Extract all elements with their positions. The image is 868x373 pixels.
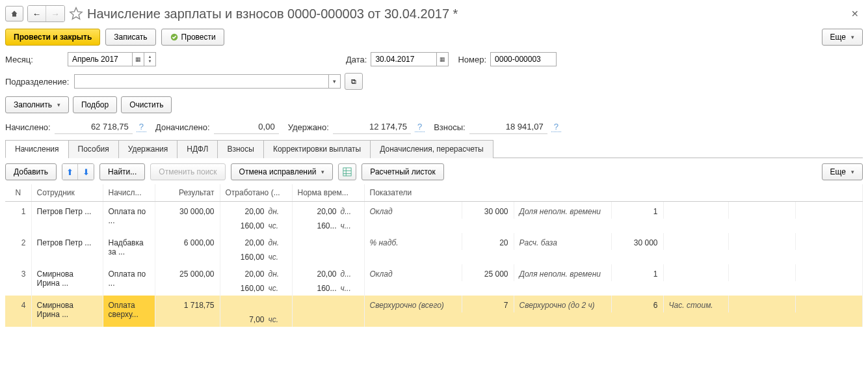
accruals-table: N Сотрудник Начисл... Результат Отработа…	[5, 184, 863, 327]
employee-cell[interactable]: Смирнова Ирина ...	[31, 296, 103, 327]
tab-accruals[interactable]: Начисления	[5, 140, 69, 158]
fill-button[interactable]: Заполнить	[5, 96, 69, 113]
table-row[interactable]: 2Петров Петр ...Надбавка за ...6 000,002…	[5, 233, 863, 250]
calendar-icon[interactable]: ▦	[436, 53, 448, 66]
save-button[interactable]: Записать	[105, 29, 155, 46]
move-down-button[interactable]: ⬇	[78, 164, 94, 180]
arrow-left-icon: ←	[33, 9, 41, 19]
result-cell[interactable]: 1 718,75	[155, 296, 220, 327]
tab-deductions[interactable]: Удержания	[118, 140, 178, 158]
accrued-label: Начислено:	[5, 122, 51, 132]
employee-cell[interactable]: Петров Петр ...	[31, 202, 103, 234]
result-cell[interactable]: 25 000,00	[155, 264, 220, 296]
tab-corrections[interactable]: Корректировки выплаты	[263, 140, 371, 158]
more-menu-button[interactable]: Еще	[822, 29, 863, 46]
result-cell[interactable]: 30 000,00	[155, 202, 220, 234]
number-label: Номер:	[458, 55, 486, 64]
table-row[interactable]: 1Петров Петр ...Оплата по ...30 000,0020…	[5, 202, 863, 219]
date-label: Дата:	[346, 55, 367, 64]
withheld-value: 12 174,75	[333, 120, 411, 134]
col-worked[interactable]: Отработано (...	[220, 184, 292, 202]
accrual-cell[interactable]: Оплата по ...	[103, 264, 155, 296]
pick-button[interactable]: Подбор	[73, 96, 117, 113]
withheld-label: Удержано:	[288, 122, 329, 132]
subdivision-field[interactable]: ▾	[74, 74, 341, 89]
col-norm[interactable]: Норма врем...	[292, 184, 364, 202]
col-employee[interactable]: Сотрудник	[31, 184, 103, 202]
arrow-right-icon: →	[51, 9, 59, 19]
find-button[interactable]: Найти...	[99, 163, 145, 180]
favorite-star-icon[interactable]	[69, 7, 83, 21]
col-accrual[interactable]: Начисл...	[103, 184, 155, 202]
nav-history: ← →	[27, 5, 65, 22]
move-group: ⬆ ⬇	[62, 163, 94, 180]
submit-button[interactable]: Провести	[161, 29, 224, 46]
accrual-cell[interactable]: Надбавка за ...	[103, 233, 155, 264]
clear-button[interactable]: Очистить	[121, 96, 172, 113]
subdivision-label: Подразделение:	[5, 77, 70, 87]
back-button[interactable]: ←	[28, 6, 46, 21]
result-cell[interactable]: 6 000,00	[155, 233, 220, 264]
employee-cell[interactable]: Петров Петр ...	[31, 233, 103, 264]
payslip-button[interactable]: Расчетный листок	[362, 163, 443, 180]
accrual-cell[interactable]: Оплата по ...	[103, 202, 155, 234]
home-button[interactable]	[5, 6, 23, 21]
table-row[interactable]: 3Смирнова Ирина ...Оплата по ...25 000,0…	[5, 264, 863, 281]
col-n[interactable]: N	[5, 184, 31, 202]
svg-rect-1	[343, 168, 351, 176]
arrow-up-icon: ⬆	[66, 167, 73, 177]
month-field[interactable]: ▦ ▲▼	[68, 52, 156, 66]
table-row[interactable]: 4Смирнова Ирина ...Оплата сверху...1 718…	[5, 296, 863, 312]
chevron-down-icon[interactable]: ▾	[328, 75, 340, 88]
employee-cell[interactable]: Смирнова Ирина ...	[31, 264, 103, 296]
help-icon[interactable]: ?	[137, 122, 146, 132]
tab-recalc[interactable]: Доначисления, перерасчеты	[370, 140, 493, 158]
tabs: Начисления Пособия Удержания НДФЛ Взносы…	[5, 139, 863, 158]
window-title: Начисление зарплаты и взносов 0000-00000…	[87, 7, 458, 21]
home-icon	[10, 10, 18, 18]
submit-icon	[170, 33, 179, 42]
contrib-label: Взносы:	[434, 122, 466, 132]
extra-value: 0,00	[214, 120, 279, 134]
accrual-cell[interactable]: Оплата сверху...	[103, 296, 155, 327]
external-icon: ⧉	[351, 77, 356, 86]
tab-contributions[interactable]: Взносы	[217, 140, 263, 158]
grid-icon	[343, 167, 352, 176]
cancel-search-button[interactable]: Отменить поиск	[150, 163, 225, 180]
submit-close-button[interactable]: Провести и закрыть	[5, 29, 100, 46]
tab-benefits[interactable]: Пособия	[68, 140, 119, 158]
month-stepper[interactable]: ▲▼	[144, 53, 155, 66]
arrow-down-icon: ⬇	[83, 167, 90, 177]
forward-button[interactable]: →	[46, 6, 64, 21]
move-up-button[interactable]: ⬆	[62, 164, 78, 180]
help-icon[interactable]: ?	[415, 122, 425, 132]
month-label: Месяц:	[5, 55, 64, 64]
tab-more-button[interactable]: Еще	[822, 163, 863, 180]
tab-ndfl[interactable]: НДФЛ	[177, 140, 218, 158]
cancel-fix-button[interactable]: Отмена исправлений	[231, 163, 334, 180]
grid-settings-button[interactable]	[338, 163, 356, 180]
contrib-value: 18 941,07	[469, 120, 547, 134]
date-field[interactable]: ▦	[371, 52, 449, 66]
help-icon[interactable]: ?	[551, 122, 561, 132]
close-button[interactable]: ✕	[847, 8, 863, 19]
col-indicators[interactable]: Показатели	[364, 184, 863, 202]
number-field[interactable]	[490, 52, 557, 66]
calendar-icon[interactable]: ▦	[132, 53, 144, 66]
col-result[interactable]: Результат	[155, 184, 220, 202]
extra-label: Доначислено:	[155, 122, 210, 132]
accrued-value: 62 718,75	[55, 120, 133, 134]
add-row-button[interactable]: Добавить	[5, 163, 57, 180]
open-subdivision-button[interactable]: ⧉	[345, 73, 363, 90]
